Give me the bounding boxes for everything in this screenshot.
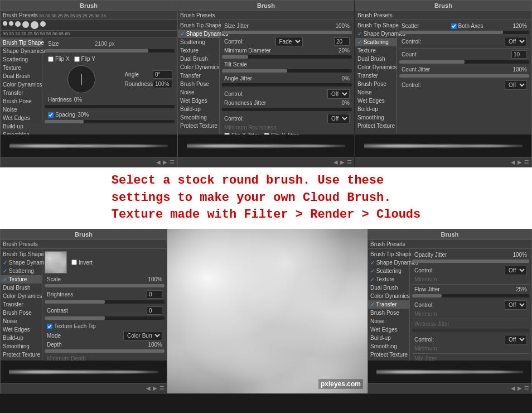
scale-slider[interactable]: [45, 284, 165, 287]
p2-brush-pose[interactable]: Brush Pose: [178, 80, 219, 88]
p2-brush-tip[interactable]: Brush Tip Shape: [178, 21, 219, 30]
p4-footer-3[interactable]: ☰: [159, 385, 165, 391]
round-jitter-slider[interactable]: [222, 108, 352, 111]
spacing-check[interactable]: [48, 112, 54, 118]
p2-wet-edges[interactable]: Wet Edges: [178, 97, 219, 105]
p5-transfer[interactable]: Transfer: [368, 300, 409, 309]
p5-noise[interactable]: Noise: [368, 317, 409, 325]
p3-noise[interactable]: Noise: [355, 88, 396, 97]
p2-color-dyn[interactable]: Color Dynamics: [178, 63, 219, 71]
both-axes-check[interactable]: Both Axes: [451, 23, 483, 29]
p4-footer-2[interactable]: ▶: [153, 385, 157, 391]
sidebar-color-dynamics[interactable]: Color Dynamics: [1, 80, 42, 89]
p3-color-dyn[interactable]: Color Dynamics: [355, 63, 396, 71]
p5-smooth[interactable]: Smoothing: [368, 342, 409, 350]
sidebar-brush-pose[interactable]: Brush Pose: [1, 97, 42, 105]
p3-transfer[interactable]: Transfer: [355, 71, 396, 80]
p5-protect[interactable]: Protect Texture: [368, 350, 409, 359]
p5-brush-pose[interactable]: Brush Pose: [368, 309, 409, 317]
footer-icon-3[interactable]: ☰: [170, 159, 175, 165]
fade-input[interactable]: [334, 37, 350, 46]
tilt-slider[interactable]: [222, 69, 352, 73]
count-jitter-slider[interactable]: [399, 74, 529, 78]
p5-control2-select[interactable]: Off: [505, 300, 527, 310]
p2-transfer[interactable]: Transfer: [178, 71, 219, 80]
p4-scatter[interactable]: Scattering: [1, 267, 42, 275]
sidebar-dual-brush[interactable]: Dual Brush: [1, 72, 42, 80]
p5-control-select[interactable]: Off: [505, 266, 527, 275]
p3-control2-select[interactable]: Off: [505, 80, 527, 90]
p4-footer-1[interactable]: ◀: [146, 385, 151, 391]
p3-control-select[interactable]: Off: [505, 37, 527, 46]
p2-shape-dyn[interactable]: Shape Dynamics: [178, 30, 219, 38]
p4-transfer[interactable]: Transfer: [1, 300, 42, 309]
p4-protect[interactable]: Protect Texture: [1, 350, 42, 359]
p4-wet-edges[interactable]: Wet Edges: [1, 325, 42, 334]
p4-color-dyn[interactable]: Color Dynamics: [1, 292, 42, 300]
p5-shape-dyn[interactable]: Shape Dynamics: [368, 258, 409, 267]
sidebar-brush-tip-shape[interactable]: Brush Tip Shape: [1, 39, 42, 47]
sidebar-build-up[interactable]: Build-up: [1, 122, 42, 131]
control3-select[interactable]: Off: [327, 114, 350, 123]
p3-brush-pose[interactable]: Brush Pose: [355, 80, 396, 88]
count-input[interactable]: [511, 50, 527, 59]
p5-texture[interactable]: Texture: [368, 275, 409, 284]
p4-dual[interactable]: Dual Brush: [1, 284, 42, 292]
p3-dual[interactable]: Dual Brush: [355, 55, 396, 63]
sidebar-texture[interactable]: Texture: [1, 64, 42, 72]
p2-footer-2[interactable]: ▶: [340, 159, 345, 165]
depth-slider[interactable]: [45, 349, 165, 353]
flip-y-input[interactable]: [74, 56, 80, 62]
spacing-checkbox[interactable]: Spacing: [48, 112, 75, 118]
p4-smooth[interactable]: Smoothing: [1, 342, 42, 350]
p4-brush-pose[interactable]: Brush Pose: [1, 309, 42, 317]
wetness-slider[interactable]: [412, 329, 529, 332]
p2-noise[interactable]: Noise: [178, 88, 219, 97]
p5-wet-edges[interactable]: Wet Edges: [368, 325, 409, 334]
angle-jitter-slider[interactable]: [222, 83, 352, 87]
contrast-input[interactable]: [147, 306, 162, 315]
p3-footer-3[interactable]: ☰: [524, 159, 529, 165]
control2-select[interactable]: Off: [327, 89, 350, 99]
size-jitter-slider[interactable]: [222, 31, 352, 34]
sidebar-shape-dynamics[interactable]: Shape Dynamics: [1, 47, 42, 55]
p5-scatter[interactable]: Scattering: [368, 267, 409, 275]
p4-shape-dyn[interactable]: Shape Dynamics: [1, 258, 42, 267]
sidebar-wet-edges[interactable]: Wet Edges: [1, 114, 42, 122]
control-select[interactable]: FadeOff: [275, 37, 303, 46]
scatter-slider[interactable]: [399, 31, 529, 34]
p5-control3-select[interactable]: Off: [505, 335, 527, 344]
p4-noise[interactable]: Noise: [1, 317, 42, 325]
p5-footer-3[interactable]: ☰: [524, 385, 529, 391]
brightness-slider[interactable]: [45, 300, 165, 304]
footer-icon-2[interactable]: ▶: [163, 159, 167, 165]
p3-brush-tip[interactable]: Brush Tip Shape: [355, 21, 396, 30]
count-slider[interactable]: [399, 60, 529, 64]
footer-icon-1[interactable]: ◀: [156, 159, 161, 165]
p2-dual-brush[interactable]: Dual Brush: [178, 55, 219, 63]
p3-texture[interactable]: Texture: [355, 46, 396, 55]
p3-build-up[interactable]: Build-up: [355, 105, 396, 113]
flow-jitter-slider[interactable]: [412, 294, 529, 297]
p5-brush-tip[interactable]: Brush Tip Shape: [368, 250, 409, 258]
p3-footer-1[interactable]: ◀: [511, 159, 515, 165]
flip-x-checkbox[interactable]: Flip X: [48, 56, 70, 62]
p3-footer-2[interactable]: ▶: [518, 159, 522, 165]
p4-brush-tip[interactable]: Brush Tip Shape: [1, 250, 42, 258]
p2-footer-1[interactable]: ◀: [333, 159, 338, 165]
p5-footer-2[interactable]: ▶: [518, 385, 522, 391]
min-diameter-slider[interactable]: [222, 55, 352, 59]
p3-scatter[interactable]: Scattering: [355, 38, 396, 46]
p2-smooth[interactable]: Smoothing: [178, 113, 219, 122]
p5-footer-1[interactable]: ◀: [511, 385, 515, 391]
roundness-input[interactable]: [153, 80, 172, 88]
mode-select[interactable]: Color Burn: [123, 331, 162, 340]
p3-protect[interactable]: Protect Texture: [355, 122, 396, 130]
p5-build-up[interactable]: Build-up: [368, 334, 409, 342]
p2-build-up[interactable]: Build-up: [178, 105, 219, 113]
p2-protect[interactable]: Protect Texture: [178, 122, 219, 130]
opacity-jitter-slider[interactable]: [412, 260, 529, 263]
p4-texture[interactable]: Texture: [1, 275, 42, 284]
p5-color-dyn[interactable]: Color Dynamics: [368, 292, 409, 300]
flip-x-input[interactable]: [48, 56, 54, 62]
